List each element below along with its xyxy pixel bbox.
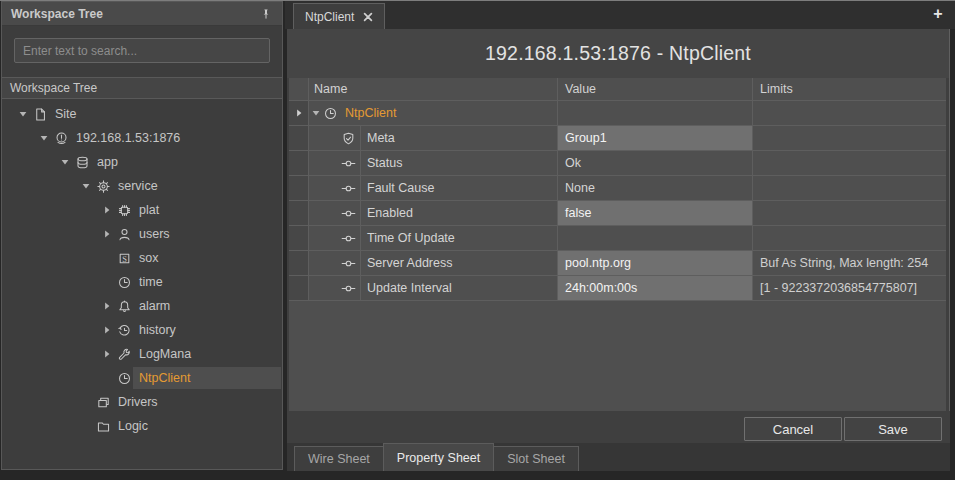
property-name: Fault Cause <box>360 176 557 200</box>
chevron-right-icon[interactable] <box>97 198 116 222</box>
property-name: Status <box>360 151 557 175</box>
pin-icon[interactable] <box>259 7 273 21</box>
value-cell[interactable]: 24h:00m:00s <box>558 276 753 301</box>
slot-icon <box>340 180 357 196</box>
tree-item-label: Drivers <box>112 391 281 413</box>
tree-item-label: users <box>133 223 281 245</box>
name-cell[interactable]: Server Address <box>309 251 558 276</box>
clock-icon <box>116 274 133 290</box>
property-row-meta[interactable]: MetaGroup1 <box>289 126 946 151</box>
tree-item-label: history <box>133 319 281 341</box>
tree-item-ntpclient[interactable]: NtpClient <box>2 366 282 390</box>
row-gutter-cell <box>289 251 309 276</box>
add-tab-button[interactable]: + <box>930 5 946 23</box>
chevron-down-icon[interactable] <box>309 109 322 117</box>
chevron-down-icon[interactable] <box>34 126 53 150</box>
slot-icon <box>340 280 357 296</box>
close-icon[interactable] <box>363 12 373 22</box>
name-cell[interactable]: Time Of Update <box>309 226 558 251</box>
tab-property-sheet[interactable]: Property Sheet <box>383 443 494 471</box>
property-row-update-interval[interactable]: Update Interval24h:00m:00s[1 - 922337203… <box>289 276 946 301</box>
row-marker-cell[interactable] <box>289 101 309 126</box>
workspace-tree-panel-header: Workspace Tree <box>2 2 282 26</box>
chip-icon <box>116 202 133 218</box>
gear-icon <box>95 178 112 194</box>
chevron-down-icon[interactable] <box>55 150 74 174</box>
gutter-header-cell <box>289 78 309 101</box>
slot-icon <box>340 230 357 246</box>
chevron-right-icon[interactable] <box>97 318 116 342</box>
action-button-bar: Cancel Save <box>287 411 950 443</box>
tree-item-site[interactable]: Site <box>2 102 282 126</box>
property-row-status[interactable]: StatusOk <box>289 151 946 176</box>
name-cell[interactable]: Update Interval <box>309 276 558 301</box>
chevron-down-icon[interactable] <box>76 174 95 198</box>
name-cell[interactable]: Status <box>309 151 558 176</box>
tab-slot-sheet[interactable]: Slot Sheet <box>493 446 579 471</box>
tree-item-users[interactable]: users <box>2 222 282 246</box>
property-row-time-of-update[interactable]: Time Of Update <box>289 226 946 251</box>
tab-ntpclient[interactable]: NtpClient <box>293 3 385 29</box>
chevron-right-icon[interactable] <box>97 222 116 246</box>
document-icon <box>32 106 49 122</box>
value-cell[interactable]: Group1 <box>558 126 753 151</box>
value-cell[interactable]: Ok <box>558 151 753 176</box>
search-input[interactable] <box>14 38 270 63</box>
tree-item-sox[interactable]: Ssox <box>2 246 282 270</box>
clock-icon <box>116 370 133 386</box>
name-cell[interactable]: NtpClient <box>309 101 558 126</box>
property-row-ntpclient[interactable]: NtpClient <box>289 101 946 126</box>
limits-cell: Buf As String, Max length: 254 <box>753 251 946 276</box>
tree-arrow-spacer <box>97 366 116 390</box>
property-row-enabled[interactable]: Enabledfalse <box>289 201 946 226</box>
tree-item-drivers[interactable]: Drivers <box>2 390 282 414</box>
tree-item-label: alarm <box>133 295 281 317</box>
value-cell[interactable] <box>558 226 753 251</box>
tree-item-alarm[interactable]: alarm <box>2 294 282 318</box>
wrench-icon <box>116 346 133 362</box>
tree-arrow-spacer <box>76 414 95 438</box>
limits-cell <box>753 226 946 251</box>
value-cell[interactable]: false <box>558 201 753 226</box>
column-header-value: Value <box>558 78 753 101</box>
parent-row-label: NtpClient <box>339 106 396 120</box>
cancel-button[interactable]: Cancel <box>744 417 842 441</box>
tree-item-192-168-1-53-1876[interactable]: 192.168.1.53:1876 <box>2 126 282 150</box>
tree-item-logic[interactable]: Logic <box>2 414 282 438</box>
tree-item-history[interactable]: history <box>2 318 282 342</box>
tree-item-plat[interactable]: plat <box>2 198 282 222</box>
value-cell <box>558 101 753 126</box>
tree-arrow-spacer <box>97 246 116 270</box>
name-cell[interactable]: Enabled <box>309 201 558 226</box>
tree-item-label: plat <box>133 199 281 221</box>
sheet-title-bar: 192.168.1.53:1876 - NtpClient <box>287 29 949 78</box>
property-name: Time Of Update <box>360 226 557 250</box>
tree-item-time[interactable]: time <box>2 270 282 294</box>
workspace-tree: Site192.168.1.53:1876appserviceplatusers… <box>2 99 282 438</box>
tab-label: NtpClient <box>305 10 354 24</box>
database-icon <box>74 154 91 170</box>
value-cell[interactable]: None <box>558 176 753 201</box>
tree-item-service[interactable]: service <box>2 174 282 198</box>
tab-wire-sheet[interactable]: Wire Sheet <box>294 446 384 471</box>
value-cell[interactable]: pool.ntp.org <box>558 251 753 276</box>
limits-cell <box>753 151 946 176</box>
property-row-server-address[interactable]: Server Addresspool.ntp.orgBuf As String,… <box>289 251 946 276</box>
save-button[interactable]: Save <box>844 417 942 441</box>
tree-item-label: LogMana <box>133 343 281 365</box>
name-cell[interactable]: Fault Cause <box>309 176 558 201</box>
property-name: Enabled <box>360 201 557 225</box>
name-cell[interactable]: Meta <box>309 126 558 151</box>
chevron-right-icon[interactable] <box>97 342 116 366</box>
tree-item-label: service <box>112 175 281 197</box>
search-area <box>2 26 282 77</box>
chevron-down-icon[interactable] <box>13 102 32 126</box>
property-row-fault-cause[interactable]: Fault CauseNone <box>289 176 946 201</box>
clock-icon <box>322 105 339 121</box>
main-view: 192.168.1.53:1876 - NtpClient Name Value… <box>287 29 950 471</box>
tree-item-logmana[interactable]: LogMana <box>2 342 282 366</box>
shield-check-icon <box>340 130 357 146</box>
tree-item-app[interactable]: app <box>2 150 282 174</box>
sox-icon: S <box>116 250 133 266</box>
chevron-right-icon[interactable] <box>97 294 116 318</box>
